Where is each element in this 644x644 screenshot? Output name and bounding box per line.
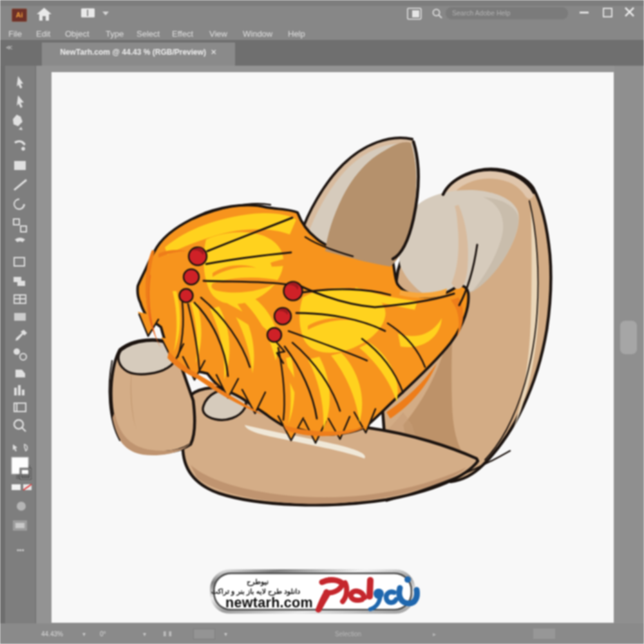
svg-text:newtarh.com: newtarh.com bbox=[225, 595, 313, 611]
svg-text:نیوطرح: نیوطرح bbox=[247, 578, 269, 587]
